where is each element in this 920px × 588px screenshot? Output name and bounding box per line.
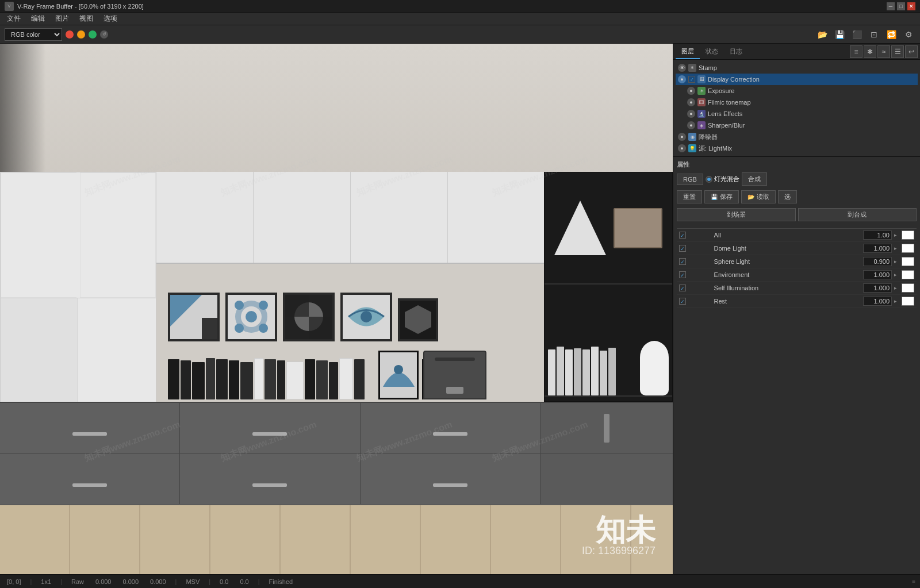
load-button[interactable]: 📂 读取	[741, 190, 776, 203]
rtool-layers-icon[interactable]: ≡	[850, 45, 862, 58]
toolbar-settings-btn[interactable]: ⚙	[902, 28, 915, 41]
traffic-light-green[interactable]	[89, 30, 97, 39]
light-expand-all[interactable]: ▸	[894, 232, 897, 238]
layer-item-lightmix[interactable]: ● 💡 源: LightMix	[676, 143, 918, 154]
light-check-self-illum[interactable]: ✓	[677, 282, 712, 295]
rtool-stamp-icon[interactable]: ✱	[864, 45, 876, 58]
light-expand-sphere[interactable]: ▸	[894, 259, 897, 264]
left-white-cabinets	[0, 172, 156, 402]
svg-rect-2	[202, 318, 217, 339]
light-color-sphere[interactable]	[899, 255, 917, 268]
light-check-env[interactable]: ✓	[677, 268, 712, 282]
layer-icon-lightmix: 💡	[688, 144, 696, 152]
light-input-env[interactable]	[863, 270, 892, 279]
drawer-6	[361, 454, 540, 504]
light-check-all[interactable]: ✓	[677, 229, 712, 242]
light-input-all[interactable]	[863, 230, 892, 240]
rbs-mid-section	[545, 285, 672, 397]
rtool-list-icon[interactable]: ☰	[891, 45, 904, 58]
traffic-light-refresh[interactable]: ↺	[100, 30, 108, 39]
rtool-merge-icon[interactable]: ≈	[877, 45, 890, 58]
toolbar-swap-btn[interactable]: 🔁	[884, 28, 898, 41]
tab-log[interactable]: 日志	[724, 45, 748, 59]
layer-check-dc[interactable]: ✓	[688, 76, 695, 83]
frame-4	[340, 293, 392, 341]
cabinet-main	[0, 172, 673, 505]
layer-icon-lens: 🔬	[697, 110, 706, 118]
light-input-sphere[interactable]	[863, 257, 892, 266]
layer-item-filmic[interactable]: ● 🎞 Filmic tonemap	[685, 97, 918, 108]
layer-eye-lightmix[interactable]: ●	[678, 144, 686, 152]
layer-item-display-correction[interactable]: ● ✓ 🖼 Display Correction	[676, 74, 918, 85]
light-value-sphere[interactable]: ▸	[861, 255, 899, 268]
toolbar-render-btn[interactable]: ⬛	[850, 28, 864, 41]
layer-eye-stamp[interactable]: 👁	[678, 64, 686, 72]
light-expand-env[interactable]: ▸	[894, 272, 897, 278]
drawer-5	[180, 454, 360, 504]
menu-view[interactable]: 视图	[75, 13, 98, 25]
toolbar-region-btn[interactable]: ⊡	[867, 28, 881, 41]
menu-file[interactable]: 文件	[2, 13, 25, 25]
maximize-button[interactable]: □	[897, 2, 905, 10]
props-tab-rgb[interactable]: RGB	[677, 174, 703, 185]
rtool-undo-icon[interactable]: ↩	[905, 45, 918, 58]
props-radio-lightmix[interactable]: 灯光混合	[706, 175, 739, 183]
light-color-dome[interactable]	[899, 242, 917, 255]
props-tab-composite[interactable]: 合成	[742, 172, 767, 186]
extra-button[interactable]: 选	[778, 190, 797, 203]
light-value-dome[interactable]: ▸	[861, 242, 899, 255]
layer-item-lens[interactable]: ● 🔬 Lens Effects	[685, 108, 918, 120]
book-10	[277, 360, 285, 399]
light-input-rest[interactable]	[863, 297, 892, 306]
tab-layers[interactable]: 图层	[676, 45, 700, 59]
save-button[interactable]: 💾 保存	[704, 190, 739, 203]
to-scene-button[interactable]: 到场景	[677, 208, 796, 221]
light-input-dome[interactable]	[863, 244, 892, 253]
light-expand-dome[interactable]: ▸	[894, 245, 897, 251]
layer-label-dc: Display Correction	[708, 76, 760, 83]
status-expand-icon[interactable]: ≡	[912, 578, 915, 585]
binder-4	[574, 348, 581, 395]
traffic-light-red[interactable]	[66, 30, 74, 39]
to-composite-button[interactable]: 到台成	[798, 208, 917, 221]
menu-options[interactable]: 选项	[99, 13, 122, 25]
layer-eye-dc[interactable]: ●	[678, 75, 686, 83]
light-check-rest[interactable]: ✓	[677, 295, 712, 308]
layer-eye-filmic[interactable]: ●	[687, 98, 695, 106]
traffic-light-yellow[interactable]	[77, 30, 85, 39]
layer-item-stamp[interactable]: 👁 ✱ Stamp	[676, 62, 918, 74]
layer-eye-lens[interactable]: ●	[687, 110, 695, 118]
layer-eye-exposure[interactable]: ●	[687, 87, 695, 95]
layer-eye-sharpen[interactable]: ●	[687, 121, 695, 129]
light-value-self-illum[interactable]: ▸	[861, 282, 899, 295]
light-value-all[interactable]: ▸	[861, 229, 899, 242]
light-value-env[interactable]: ▸	[861, 268, 899, 282]
menu-edit[interactable]: 编辑	[26, 13, 49, 25]
color-mode-dropdown[interactable]: RGB color Alpha Luminance	[5, 28, 62, 41]
binder-1	[548, 349, 555, 395]
layer-eye-denoise[interactable]: ●	[678, 133, 686, 141]
layer-item-exposure[interactable]: ● ☀ Exposure	[685, 85, 918, 97]
light-color-rest[interactable]	[899, 295, 917, 308]
light-input-self-illum[interactable]	[863, 283, 892, 293]
light-color-self-illum[interactable]	[899, 282, 917, 295]
light-check-dome[interactable]: ✓	[677, 242, 712, 255]
light-value-rest[interactable]: ▸	[861, 295, 899, 308]
light-expand-rest[interactable]: ▸	[894, 298, 897, 304]
right-panel: 图层 状态 日志 ≡ ✱ ≈ ☰ ↩ 👁 ✱ Stamp ●	[673, 44, 920, 574]
toolbar-open-btn[interactable]: 📂	[815, 28, 829, 41]
light-color-env[interactable]	[899, 268, 917, 282]
layer-item-denoise[interactable]: ● ◉ 降噪器	[676, 131, 918, 143]
minimize-button[interactable]: ─	[887, 2, 895, 10]
tab-status[interactable]: 状态	[700, 45, 724, 59]
binder-8	[608, 348, 616, 395]
toolbar-save-btn[interactable]: 💾	[833, 28, 846, 41]
reset-button[interactable]: 重置	[677, 190, 702, 203]
light-check-sphere[interactable]: ✓	[677, 255, 712, 268]
drawer-handle-6	[433, 483, 467, 487]
light-expand-self-illum[interactable]: ▸	[894, 285, 897, 291]
close-button[interactable]: ✕	[907, 2, 915, 10]
light-color-all[interactable]	[899, 229, 917, 242]
layer-item-sharpen[interactable]: ● ◈ Sharpen/Blur	[685, 120, 918, 131]
menu-image[interactable]: 图片	[51, 13, 74, 25]
